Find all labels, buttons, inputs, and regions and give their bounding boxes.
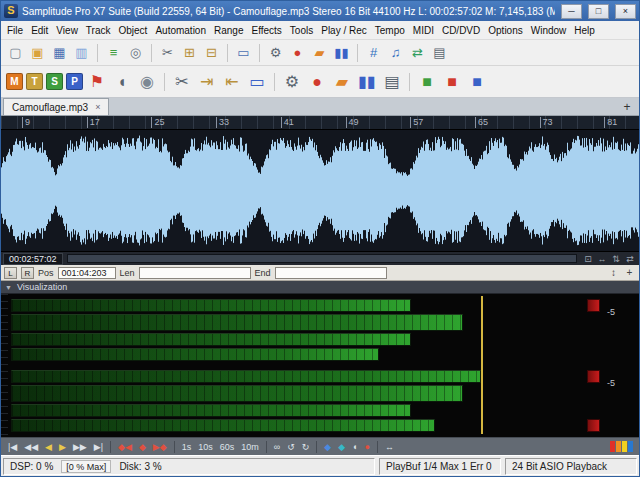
maximize-button[interactable]: □ [588, 4, 609, 19]
right-channel-button[interactable]: R [21, 267, 34, 279]
menu-cd-dvd[interactable]: CD/DVD [438, 23, 484, 38]
record-icon[interactable]: ● [287, 42, 308, 63]
menu-tools[interactable]: Tools [286, 23, 317, 38]
menu-tempo[interactable]: Tempo [371, 23, 409, 38]
save-project-icon[interactable]: ▦ [49, 42, 70, 63]
loop-button[interactable]: ∞ [271, 442, 283, 452]
dsp-max-button[interactable]: [0 % Max] [61, 460, 111, 473]
menu-view[interactable]: View [52, 23, 82, 38]
object-snap-icon[interactable]: ◆ [321, 442, 334, 452]
length-field[interactable] [139, 267, 251, 279]
rewind-button[interactable]: ◀◀ [21, 442, 41, 452]
panel-height-icon[interactable]: ↕ [607, 267, 620, 278]
mixer-icon[interactable]: ▮▮ [331, 42, 352, 63]
virtual-keyboard-icon[interactable]: ▤ [429, 42, 450, 63]
waveform-canvas[interactable] [1, 130, 639, 251]
end-field[interactable] [275, 267, 387, 279]
sync-icon[interactable]: ⇄ [407, 42, 428, 63]
timeline-ruler[interactable]: 9172533414957657381 [1, 116, 639, 130]
scroll-h-icon[interactable]: ↔ [595, 254, 609, 264]
visualization-panel[interactable]: -5-5 [1, 294, 639, 437]
add-tab-button[interactable]: + [620, 99, 634, 115]
menu-window[interactable]: Window [527, 23, 571, 38]
zoom-10s-button[interactable]: 10s [195, 442, 216, 452]
add-track-icon[interactable]: + [623, 267, 636, 278]
new-project-icon[interactable]: ▢ [5, 42, 26, 63]
menu-options[interactable]: Options [484, 23, 526, 38]
move-left-icon[interactable]: ⇤ [220, 70, 244, 94]
cut-range-icon[interactable]: ✂ [170, 70, 194, 94]
screen-icon[interactable]: ▭ [245, 70, 269, 94]
goto-start-button[interactable]: |◀ [5, 442, 20, 452]
export-audio-icon[interactable]: ▥ [71, 42, 92, 63]
settings-gear-icon[interactable]: ⚙ [265, 42, 286, 63]
minimize-button[interactable]: ─ [561, 4, 582, 19]
scroll-v-icon[interactable]: ⇅ [609, 254, 623, 264]
playlist-icon[interactable]: ≡ [103, 42, 124, 63]
cut-icon[interactable]: ✂ [157, 42, 178, 63]
menu-edit[interactable]: Edit [27, 23, 52, 38]
monitor-speaker-button[interactable]: ◖ [349, 442, 360, 452]
cycle-button[interactable]: ↺ [284, 442, 298, 452]
page-right-button[interactable]: ▶ [56, 442, 69, 452]
menu-range[interactable]: Range [210, 23, 247, 38]
menu-play-rec[interactable]: Play / Rec [317, 23, 371, 38]
menu-file[interactable]: File [3, 23, 27, 38]
marker-flag-icon[interactable]: ⚑ [85, 70, 109, 94]
menu-effects[interactable]: Effects [247, 23, 285, 38]
fit-view-icon[interactable]: ⊡ [581, 254, 595, 264]
spectrum-icon[interactable]: ▰ [330, 70, 354, 94]
forward-button[interactable]: ▶▶ [70, 442, 90, 452]
waveform-display[interactable] [1, 130, 639, 251]
move-right-icon[interactable]: ⇥ [195, 70, 219, 94]
menu-track[interactable]: Track [82, 23, 115, 38]
goto-end-button[interactable]: ▶| [91, 442, 106, 452]
burn-cd-icon[interactable]: ◎ [125, 42, 146, 63]
left-channel-button[interactable]: L [4, 267, 17, 279]
fx-blue-icon[interactable]: ■ [465, 70, 489, 94]
record-monitor-button[interactable]: ● [362, 442, 373, 452]
menu-midi[interactable]: MIDI [409, 23, 438, 38]
playhead-marker[interactable] [481, 296, 483, 434]
solo-badge[interactable]: S [46, 73, 63, 90]
punch-badge[interactable]: P [66, 73, 83, 90]
marker-next-button[interactable]: ▶◆ [150, 442, 170, 452]
fx-red-icon[interactable]: ■ [440, 70, 464, 94]
record-button-icon[interactable]: ● [305, 70, 329, 94]
mute-badge[interactable]: M [6, 73, 23, 90]
scrub-control-icon[interactable]: ↔ [382, 442, 397, 452]
meter-icon[interactable]: ▮▮ [355, 70, 379, 94]
zoom-link-icon[interactable]: ⇄ [623, 254, 637, 264]
open-project-icon[interactable]: ▣ [27, 42, 48, 63]
fx-green-icon[interactable]: ■ [415, 70, 439, 94]
grid-icon[interactable]: # [363, 42, 384, 63]
object-editor-icon[interactable]: ▰ [309, 42, 330, 63]
monitor-icon[interactable]: ▭ [233, 42, 254, 63]
grid-snap-icon[interactable]: ◆ [335, 442, 348, 452]
position-field[interactable]: 001:04:203 [58, 267, 116, 279]
tab-camouflage[interactable]: Camouflage.mp3 × [3, 98, 109, 115]
copy-icon[interactable]: ⊞ [179, 42, 200, 63]
menu-object[interactable]: Object [115, 23, 152, 38]
tab-close-icon[interactable]: × [95, 102, 100, 112]
piano-icon[interactable]: ▤ [380, 70, 404, 94]
close-button[interactable]: × [615, 4, 636, 19]
track-badge[interactable]: T [26, 73, 43, 90]
marker-add-button[interactable]: ◆ [136, 442, 149, 452]
zoom-1s-button[interactable]: 1s [179, 442, 195, 452]
refresh-button[interactable]: ↻ [299, 442, 313, 452]
midi-editor-icon[interactable]: ♫ [385, 42, 406, 63]
speaker-icon[interactable]: ◖ [110, 70, 134, 94]
visualization-header[interactable]: ▼ Visualization [1, 281, 639, 294]
paste-icon[interactable]: ⊟ [201, 42, 222, 63]
page-left-button[interactable]: ◀ [42, 442, 55, 452]
marker-prev-button[interactable]: ◆◀ [115, 442, 135, 452]
zoom-10m-button[interactable]: 10m [238, 442, 262, 452]
cd-disc-icon[interactable]: ◉ [135, 70, 159, 94]
menu-help[interactable]: Help [570, 23, 599, 38]
zoom-60s-button[interactable]: 60s [217, 442, 238, 452]
collapse-icon[interactable]: ▼ [5, 284, 12, 291]
menu-automation[interactable]: Automation [151, 23, 210, 38]
horizontal-scrollbar[interactable] [67, 254, 577, 263]
system-gear-icon[interactable]: ⚙ [280, 70, 304, 94]
